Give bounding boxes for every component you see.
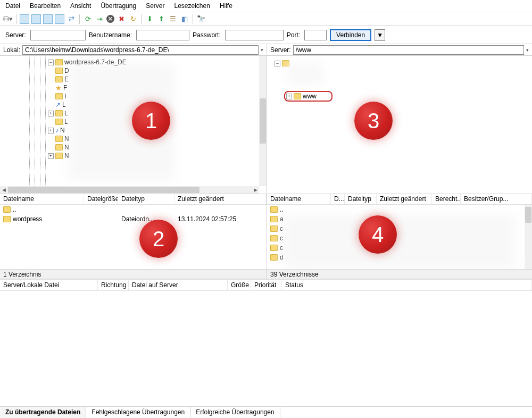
local-path-dropdown-icon[interactable]: ▾ <box>261 47 263 53</box>
col-priority[interactable]: Priorität <box>251 280 282 290</box>
expander-icon[interactable]: + <box>48 128 54 133</box>
expander-icon[interactable]: + <box>48 153 54 159</box>
folder-icon <box>55 144 63 151</box>
server-label: Server: <box>5 31 26 39</box>
menu-server[interactable]: Server <box>146 2 164 10</box>
process-icon[interactable]: ⇥ <box>95 14 104 24</box>
menu-datei[interactable]: Datei <box>5 2 20 10</box>
col-filesize[interactable]: D... <box>331 194 345 204</box>
refresh-icon[interactable]: ⟳ <box>83 14 93 24</box>
menu-lesezeichen[interactable]: Lesezeichen <box>174 2 210 10</box>
folder-icon <box>270 206 278 213</box>
menu-hilfe[interactable]: Hilfe <box>220 2 232 10</box>
filter-icon[interactable]: ☰ <box>168 14 178 24</box>
layout2-icon[interactable] <box>31 14 41 24</box>
expander-icon[interactable]: − <box>275 61 280 66</box>
folder-icon <box>3 206 11 213</box>
tab-failed[interactable]: Fehlgeschlagene Übertragungen <box>86 407 190 418</box>
port-input[interactable] <box>304 30 327 40</box>
remote-path-dropdown-icon[interactable]: ▾ <box>526 47 529 53</box>
list-item-up[interactable]: .. <box>13 206 16 213</box>
badge-2: 2 <box>139 220 178 258</box>
quickconnect-bar: Server: Benutzername: Passwort: Port: Ve… <box>0 26 532 44</box>
server-input[interactable] <box>30 30 86 40</box>
expander-icon[interactable]: + <box>48 111 54 116</box>
tree-item-label[interactable]: N <box>60 127 65 134</box>
tree-panes: −wordpress-6.7-de_DE D E ★F I ↗L +L L +♪… <box>0 56 532 194</box>
sitemanager-icon[interactable]: ⛁▾ <box>3 14 13 24</box>
tree-item-label[interactable]: L <box>64 110 68 117</box>
layout4-icon[interactable] <box>55 14 64 24</box>
layout1-icon[interactable] <box>20 14 29 24</box>
col-serverlocal[interactable]: Server/Lokale Datei <box>0 280 98 290</box>
col-modified[interactable]: Zuletzt geändert <box>377 194 432 204</box>
folder-icon <box>55 136 63 142</box>
queue-header: Server/Lokale Datei Richtung Datei auf S… <box>0 279 532 291</box>
star-icon: ★ <box>55 84 62 92</box>
tree-item-label[interactable]: L <box>64 118 68 126</box>
expander-icon[interactable]: + <box>286 94 292 99</box>
tree-item-label[interactable]: www <box>303 93 317 100</box>
col-filetype[interactable]: Dateityp <box>345 194 377 204</box>
disconnect-icon[interactable]: ✖ <box>117 14 126 24</box>
menu-uebertragung[interactable]: Übertragung <box>101 2 136 10</box>
search-icon[interactable]: 🔭 <box>196 14 206 24</box>
queue-body[interactable] <box>0 291 532 408</box>
connect-dropdown[interactable]: ▼ <box>375 29 385 41</box>
local-list-footer: 1 Verzeichnis <box>0 269 267 279</box>
sync-icon[interactable]: ⇄ <box>66 14 76 24</box>
local-list-header: Dateiname Dateigröße Dateityp Zuletzt ge… <box>0 194 267 205</box>
reconnect-icon[interactable]: ↻ <box>128 14 138 24</box>
remote-list-body[interactable]: .. a c c c d 4 <box>267 205 532 269</box>
layout3-icon[interactable] <box>43 14 53 24</box>
col-remotefile[interactable]: Datei auf Server <box>129 280 228 290</box>
pass-input[interactable] <box>225 30 284 40</box>
col-filename[interactable]: Dateiname <box>267 194 331 204</box>
badge-3: 3 <box>354 102 393 140</box>
col-direction[interactable]: Richtung <box>98 280 129 290</box>
tree-item-label[interactable]: I <box>64 93 66 100</box>
pathbar: Lokal: ▾ Server: ▾ <box>0 44 532 56</box>
toolbar: ⛁▾ ⇄ ⟳ ⇥ ✕ ✖ ↻ ⬇ ⬆ ☰ ◧ 🔭 <box>0 12 532 26</box>
scrollbar-v[interactable] <box>259 56 267 186</box>
list-item-name[interactable]: wordpress <box>13 215 42 223</box>
col-status[interactable]: Status <box>282 280 532 290</box>
menu-ansicht[interactable]: Ansicht <box>70 2 91 10</box>
col-filetype[interactable]: Dateityp <box>118 194 174 204</box>
port-label: Port: <box>287 31 300 39</box>
col-owner[interactable]: Besitzer/Grup... <box>461 194 532 204</box>
folder-icon <box>270 216 278 222</box>
col-permissions[interactable]: Berecht... <box>432 194 461 204</box>
col-size[interactable]: Größe <box>228 280 251 290</box>
scrollbar-v[interactable] <box>525 205 532 269</box>
folder-icon <box>270 254 278 261</box>
connect-button[interactable]: Verbinden <box>330 29 371 41</box>
compare-icon[interactable]: ◧ <box>180 14 189 24</box>
user-label: Benutzername: <box>89 31 132 39</box>
remote-path-input[interactable] <box>293 45 524 55</box>
user-input[interactable] <box>136 30 189 40</box>
download-icon[interactable]: ⬇ <box>145 14 154 24</box>
cancel-icon[interactable]: ✕ <box>106 15 114 23</box>
col-filename[interactable]: Dateiname <box>0 194 84 204</box>
list-item-up[interactable]: .. <box>280 206 284 213</box>
local-path-input[interactable] <box>22 45 259 55</box>
tree-item-label[interactable]: F <box>63 84 67 91</box>
tree-item-label[interactable]: L <box>62 101 66 108</box>
remote-tree[interactable]: − + www <box>267 56 532 194</box>
tab-pending[interactable]: Zu übertragende Dateien <box>0 407 86 418</box>
tab-success[interactable]: Erfolgreiche Übertragungen <box>190 407 280 418</box>
expander-icon[interactable]: − <box>48 60 54 65</box>
folder-icon <box>55 93 63 99</box>
folder-icon <box>270 235 278 241</box>
remote-list-header: Dateiname D... Dateityp Zuletzt geändert… <box>267 194 532 205</box>
scrollbar-h[interactable]: ◀▶ <box>0 186 259 194</box>
upload-icon[interactable]: ⬆ <box>156 14 166 24</box>
col-modified[interactable]: Zuletzt geändert <box>174 194 267 204</box>
folder-icon <box>270 245 278 251</box>
col-filesize[interactable]: Dateigröße <box>84 194 118 204</box>
local-list-body[interactable]: .. wordpress Dateiordn... 13.11.2024 02:… <box>0 205 267 269</box>
remote-path-label: Server: <box>270 46 291 54</box>
www-folder-highlighted[interactable]: + www <box>284 91 332 102</box>
menu-bearbeiten[interactable]: Bearbeiten <box>30 2 61 10</box>
